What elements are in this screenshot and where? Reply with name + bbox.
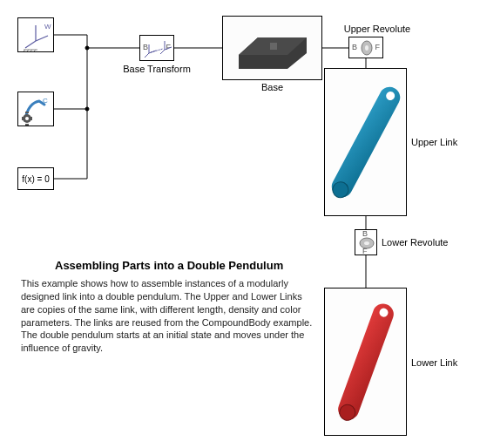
svg-point-29 bbox=[365, 45, 368, 51]
svg-line-22 bbox=[165, 47, 172, 50]
lower-link-label: Lower Link bbox=[411, 357, 457, 368]
svg-rect-17 bbox=[25, 124, 29, 126]
svg-point-0 bbox=[85, 46, 89, 50]
transform-icon bbox=[140, 36, 175, 62]
revolute-icon bbox=[349, 37, 384, 59]
annotation-title: Assembling Parts into a Double Pendulum bbox=[55, 259, 283, 272]
base-label: Base bbox=[222, 82, 322, 92]
svg-point-1 bbox=[85, 107, 89, 111]
lower-link-block[interactable] bbox=[324, 288, 407, 436]
solver-label: f(x) = 0 bbox=[22, 174, 49, 184]
world-frame-icon: W bbox=[18, 18, 53, 51]
upper-link-block[interactable] bbox=[324, 68, 407, 216]
upper-revolute-label: Upper Revolute bbox=[338, 24, 416, 34]
upper-link-label: Upper Link bbox=[411, 137, 457, 147]
annotation-body: This example shows how to assemble insta… bbox=[21, 277, 317, 355]
svg-rect-15 bbox=[30, 117, 32, 120]
svg-rect-27 bbox=[270, 43, 277, 50]
lower-link-icon bbox=[325, 288, 406, 435]
world-frame-block[interactable]: W bbox=[17, 17, 54, 52]
svg-text:C: C bbox=[43, 97, 48, 105]
mechanism-config-block[interactable]: C bbox=[17, 92, 54, 126]
revolute-icon bbox=[355, 230, 378, 256]
upper-link-icon bbox=[325, 69, 406, 215]
base-block[interactable] bbox=[222, 16, 322, 80]
svg-point-35 bbox=[364, 241, 369, 245]
svg-point-13 bbox=[25, 117, 29, 120]
svg-line-3 bbox=[36, 36, 48, 41]
solver-block[interactable]: f(x) = 0 bbox=[17, 167, 54, 190]
upper-revolute-block[interactable]: B F bbox=[348, 37, 383, 58]
base-icon bbox=[223, 17, 321, 79]
mechanism-config-icon: C bbox=[18, 92, 53, 126]
svg-line-19 bbox=[149, 51, 156, 53]
base-transform-label: Base Transform bbox=[122, 64, 192, 74]
svg-line-20 bbox=[145, 53, 149, 58]
svg-text:W: W bbox=[44, 23, 51, 31]
svg-rect-14 bbox=[22, 117, 24, 120]
lower-revolute-label: Lower Revolute bbox=[382, 237, 448, 248]
svg-rect-36 bbox=[335, 301, 396, 423]
svg-line-4 bbox=[25, 41, 36, 48]
base-transform-block[interactable]: B F bbox=[139, 35, 174, 61]
lower-revolute-block[interactable]: B F bbox=[355, 229, 377, 255]
svg-line-23 bbox=[160, 50, 165, 54]
svg-rect-16 bbox=[25, 112, 29, 113]
